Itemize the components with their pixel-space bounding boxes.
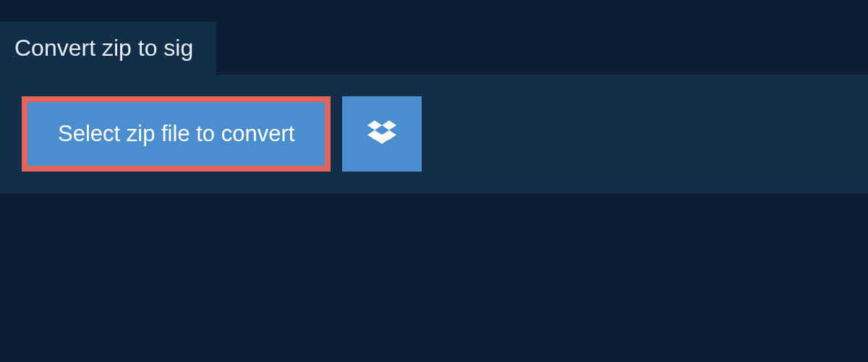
select-file-button[interactable]: Select zip file to convert (22, 96, 331, 172)
tab-convert-zip-to-sig[interactable]: Convert zip to sig (0, 22, 216, 75)
tab-bar: Convert zip to sig (0, 22, 868, 75)
dropbox-button[interactable] (342, 96, 422, 172)
conversion-panel: Select zip file to convert (0, 75, 868, 193)
button-row: Select zip file to convert (22, 96, 846, 172)
select-file-label: Select zip file to convert (58, 121, 294, 147)
tab-title: Convert zip to sig (14, 35, 193, 61)
dropbox-icon (367, 118, 396, 150)
